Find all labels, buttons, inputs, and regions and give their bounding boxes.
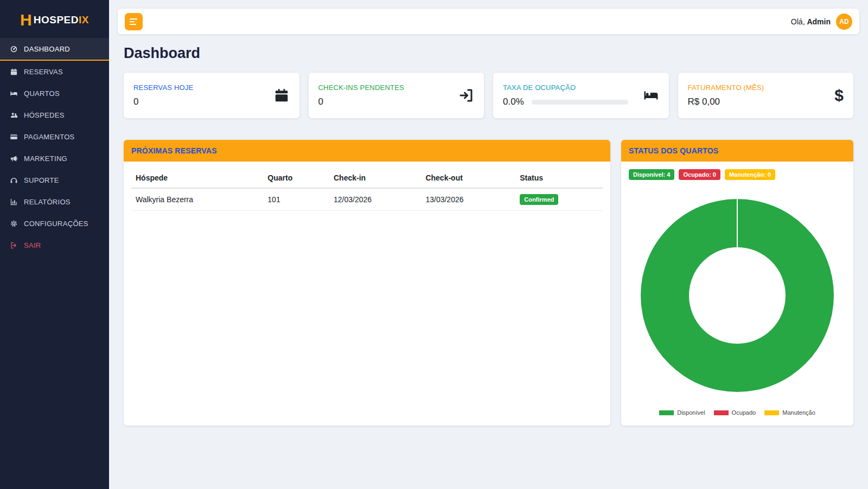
sidebar-item-label: SUPORTE: [24, 176, 59, 184]
col-hospede: Hóspede: [131, 168, 263, 188]
stat-card-faturamento: FATURAMENTO (MÊS) R$ 0,00 $: [678, 73, 854, 118]
brand-mark: H: [20, 12, 31, 28]
avatar[interactable]: AD: [836, 14, 852, 30]
legend-swatch: [659, 410, 674, 415]
sidebar: H HOSPEDIX DASHBOARD RESERVAS QUART: [0, 0, 109, 489]
credit-card-icon: [9, 132, 18, 141]
legend-item-ocupado[interactable]: Ocupado: [714, 409, 756, 416]
col-quarto: Quarto: [263, 168, 329, 188]
menu-toggle-button[interactable]: [125, 13, 143, 30]
sidebar-item-pagamentos[interactable]: PAGAMENTOS: [0, 126, 109, 147]
sidebar-item-quartos[interactable]: QUARTOS: [0, 82, 109, 104]
occupied-badge: Ocupado: 0: [679, 169, 720, 180]
sidebar-item-label: DASHBOARD: [24, 45, 70, 53]
user-area: Olá, Admin AD: [791, 14, 852, 30]
stat-value: 0: [318, 96, 404, 107]
stat-value: 0: [133, 96, 194, 107]
cell-room: 101: [263, 188, 329, 211]
donut-chart-area: [629, 183, 846, 407]
sidebar-item-hospedes[interactable]: HÓSPEDES: [0, 104, 109, 126]
logout-icon: [9, 241, 18, 249]
room-status-header: STATUS DOS QUARTOS: [621, 140, 853, 162]
upcoming-reservations-body: Hóspede Quarto Check-in Check-out Status…: [124, 162, 610, 426]
gear-icon: [9, 219, 18, 228]
cell-checkin: 12/03/2026: [329, 188, 421, 211]
greeting: Olá, Admin: [791, 17, 831, 26]
stat-label: TAXA DE OCUPAÇÃO: [503, 83, 628, 92]
panels-row: PRÓXIMAS RESERVAS Hóspede Quarto Check-i…: [124, 140, 853, 426]
col-checkin: Check-in: [329, 168, 421, 188]
hamburger-icon: [130, 17, 138, 27]
room-status-body: Disponível: 4 Ocupado: 0 Manutenção: 0: [621, 162, 853, 426]
main-content: Olá, Admin AD Dashboard RESERVAS HOJE 0: [109, 0, 868, 489]
bed-icon: [643, 87, 659, 104]
topbar: Olá, Admin AD: [118, 9, 859, 34]
legend-label: Disponível: [677, 409, 705, 416]
legend-label: Manutenção: [782, 409, 815, 416]
sidebar-item-label: MARKETING: [24, 155, 67, 163]
greeting-prefix: Olá,: [791, 17, 805, 26]
stat-card-checkins-pendentes: CHECK-INS PENDENTES 0: [309, 73, 484, 118]
legend-item-manutencao[interactable]: Manutenção: [764, 409, 815, 416]
sidebar-item-label: PAGAMENTOS: [24, 133, 75, 141]
brand-logo: H HOSPEDIX: [0, 0, 109, 38]
stats-row: RESERVAS HOJE 0 CHECK-INS PENDENTES 0: [124, 73, 853, 118]
stat-label: RESERVAS HOJE: [133, 83, 194, 92]
brand-name-primary: HOSPED: [34, 14, 79, 25]
legend-label: Ocupado: [732, 409, 756, 416]
legend-item-disponivel[interactable]: Disponível: [659, 409, 705, 416]
sidebar-item-label: HÓSPEDES: [24, 111, 65, 119]
sidebar-item-marketing[interactable]: MARKETING: [0, 147, 109, 169]
headset-icon: [9, 176, 18, 184]
legend-swatch: [764, 410, 779, 415]
col-checkout: Check-out: [421, 168, 515, 188]
stat-value: 0.0%: [503, 96, 524, 107]
room-status-badges: Disponível: 4 Ocupado: 0 Manutenção: 0: [629, 169, 846, 180]
sidebar-item-dashboard[interactable]: DASHBOARD: [0, 38, 109, 61]
brand-name-accent: IX: [79, 14, 89, 25]
sidebar-item-reservas[interactable]: RESERVAS: [0, 61, 109, 82]
stat-card-reservas-hoje: RESERVAS HOJE 0: [124, 73, 299, 118]
dollar-icon: $: [834, 87, 844, 104]
stat-label: CHECK-INS PENDENTES: [318, 83, 404, 92]
sign-in-icon: [458, 87, 474, 104]
sidebar-item-suporte[interactable]: SUPORTE: [0, 169, 109, 191]
cell-checkout: 13/03/2026: [421, 188, 515, 211]
chart-legend: Disponível Ocupado Manutenção: [629, 407, 846, 419]
bed-icon: [9, 89, 18, 98]
megaphone-icon: [9, 154, 18, 163]
brand-name: HOSPEDIX: [34, 14, 89, 26]
upcoming-reservations-panel: PRÓXIMAS RESERVAS Hóspede Quarto Check-i…: [124, 140, 610, 426]
page-title: Dashboard: [124, 45, 853, 62]
table-row[interactable]: Walkyria Bezerra 101 12/03/2026 13/03/20…: [131, 188, 603, 211]
cell-guest: Walkyria Bezerra: [131, 188, 263, 211]
bar-chart-icon: [9, 197, 18, 206]
sidebar-item-label: RESERVAS: [24, 68, 63, 76]
col-status: Status: [515, 168, 603, 188]
available-badge: Disponível: 4: [629, 169, 674, 180]
username: Admin: [807, 17, 831, 26]
sidebar-item-label: SAIR: [24, 241, 41, 249]
calendar-icon: [273, 87, 290, 104]
maintenance-badge: Manutenção: 0: [725, 169, 775, 180]
legend-swatch: [714, 410, 729, 415]
reservations-table: Hóspede Quarto Check-in Check-out Status…: [131, 168, 603, 211]
stat-value: R$ 0,00: [688, 96, 764, 107]
upcoming-reservations-header: PRÓXIMAS RESERVAS: [124, 140, 610, 162]
sidebar-item-label: CONFIGURAÇÕES: [24, 220, 88, 228]
table-header-row: Hóspede Quarto Check-in Check-out Status: [131, 168, 603, 188]
occupancy-progress: [532, 100, 628, 105]
users-icon: [9, 111, 18, 119]
sidebar-item-configuracoes[interactable]: CONFIGURAÇÕES: [0, 213, 109, 234]
app-root: H HOSPEDIX DASHBOARD RESERVAS QUART: [0, 0, 868, 489]
stat-label: FATURAMENTO (MÊS): [688, 83, 764, 92]
sidebar-item-relatorios[interactable]: RELATÓRIOS: [0, 191, 109, 213]
calendar-icon: [9, 67, 18, 76]
sidebar-item-label: RELATÓRIOS: [24, 198, 71, 206]
sidebar-item-label: QUARTOS: [24, 89, 60, 98]
stat-card-taxa-ocupacao: TAXA DE OCUPAÇÃO 0.0%: [493, 73, 669, 118]
sidebar-nav: DASHBOARD RESERVAS QUARTOS HÓSPEDES: [0, 38, 109, 256]
status-badge: Confirmed: [520, 194, 558, 205]
sidebar-item-sair[interactable]: SAIR: [0, 234, 109, 256]
rooms-donut: [641, 199, 834, 392]
